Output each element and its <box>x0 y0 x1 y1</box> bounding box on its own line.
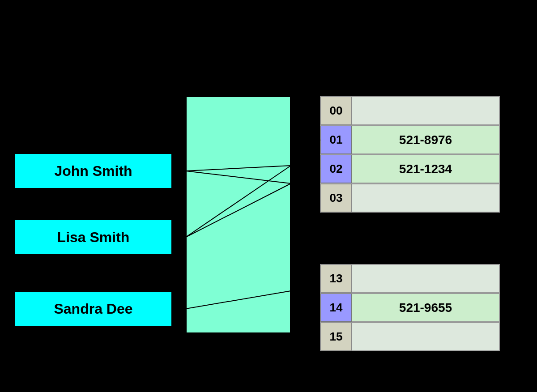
addr-index-03: 03 <box>320 184 352 212</box>
addr-row-13: 13 <box>320 264 500 293</box>
addr-index-01: 01 <box>320 126 352 154</box>
hash-block <box>186 96 291 333</box>
diagram-container: John Smith Lisa Smith Sandra Dee 00 01 5… <box>0 0 537 392</box>
addr-row-01: 01 521-8976 <box>320 125 500 154</box>
addr-value-00 <box>352 97 499 125</box>
svg-line-3 <box>291 140 320 183</box>
person-john-label: John Smith <box>54 163 132 179</box>
addr-row-03: 03 <box>320 183 500 213</box>
person-lisa-label: Lisa Smith <box>57 229 130 246</box>
person-sandra-label: Sandra Dee <box>54 301 132 317</box>
address-table-bottom: 13 14 521-9655 15 <box>320 264 500 351</box>
addr-index-14: 14 <box>320 294 352 322</box>
addr-index-00: 00 <box>320 97 352 125</box>
addr-row-00: 00 <box>320 96 500 125</box>
addr-value-14: 521-9655 <box>352 294 499 322</box>
person-sandra: Sandra Dee <box>14 291 172 327</box>
addr-value-02: 521-1234 <box>352 155 499 183</box>
address-table-top: 00 01 521-8976 02 521-1234 03 <box>320 96 500 213</box>
addr-row-14: 14 521-9655 <box>320 293 500 322</box>
svg-line-4 <box>291 166 320 169</box>
addr-value-01: 521-8976 <box>352 126 499 154</box>
addr-value-15 <box>352 323 499 351</box>
person-lisa: Lisa Smith <box>14 219 172 255</box>
addr-index-15: 15 <box>320 323 352 351</box>
addr-value-13 <box>352 264 499 293</box>
addr-row-15: 15 <box>320 322 500 351</box>
addr-row-02: 02 521-1234 <box>320 154 500 183</box>
person-john: John Smith <box>14 153 172 189</box>
svg-line-5 <box>291 291 320 294</box>
addr-value-03 <box>352 184 499 212</box>
addr-index-13: 13 <box>320 264 352 293</box>
addr-index-02: 02 <box>320 155 352 183</box>
